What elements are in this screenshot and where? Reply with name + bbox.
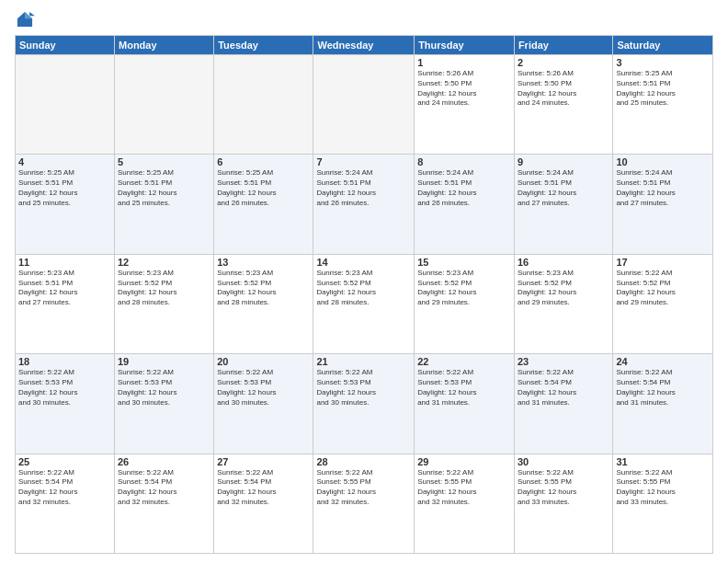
day-number: 27 bbox=[217, 456, 310, 467]
calendar-cell: 28Sunrise: 5:22 AM Sunset: 5:55 PM Dayli… bbox=[313, 454, 415, 553]
day-info: Sunrise: 5:23 AM Sunset: 5:52 PM Dayligh… bbox=[417, 269, 511, 308]
calendar-cell bbox=[16, 55, 115, 155]
day-number: 7 bbox=[316, 156, 411, 167]
day-number: 1 bbox=[417, 57, 511, 68]
day-info: Sunrise: 5:23 AM Sunset: 5:51 PM Dayligh… bbox=[18, 269, 111, 308]
day-info: Sunrise: 5:22 AM Sunset: 5:54 PM Dayligh… bbox=[518, 368, 609, 408]
calendar-cell: 21Sunrise: 5:22 AM Sunset: 5:53 PM Dayli… bbox=[313, 354, 415, 454]
day-info: Sunrise: 5:22 AM Sunset: 5:55 PM Dayligh… bbox=[518, 468, 609, 508]
weekday-header-monday: Monday bbox=[115, 36, 214, 55]
day-info: Sunrise: 5:25 AM Sunset: 5:51 PM Dayligh… bbox=[18, 168, 111, 208]
day-number: 2 bbox=[518, 57, 609, 68]
calendar-cell: 16Sunrise: 5:23 AM Sunset: 5:52 PM Dayli… bbox=[514, 254, 612, 353]
day-number: 3 bbox=[616, 57, 710, 68]
day-info: Sunrise: 5:23 AM Sunset: 5:52 PM Dayligh… bbox=[316, 269, 411, 308]
calendar-cell: 19Sunrise: 5:22 AM Sunset: 5:53 PM Dayli… bbox=[115, 354, 214, 454]
day-number: 5 bbox=[118, 156, 210, 167]
day-number: 10 bbox=[616, 156, 710, 167]
weekday-header-friday: Friday bbox=[514, 36, 612, 55]
calendar-cell: 12Sunrise: 5:23 AM Sunset: 5:52 PM Dayli… bbox=[115, 254, 214, 353]
calendar-cell: 30Sunrise: 5:22 AM Sunset: 5:55 PM Dayli… bbox=[514, 454, 612, 553]
calendar-cell: 11Sunrise: 5:23 AM Sunset: 5:51 PM Dayli… bbox=[16, 254, 115, 353]
calendar-cell: 2Sunrise: 5:26 AM Sunset: 5:50 PM Daylig… bbox=[514, 55, 612, 155]
day-number: 12 bbox=[118, 257, 210, 268]
day-number: 22 bbox=[417, 356, 511, 367]
day-info: Sunrise: 5:22 AM Sunset: 5:54 PM Dayligh… bbox=[118, 468, 210, 508]
calendar-cell: 7Sunrise: 5:24 AM Sunset: 5:51 PM Daylig… bbox=[313, 155, 415, 254]
calendar-cell: 29Sunrise: 5:22 AM Sunset: 5:55 PM Dayli… bbox=[415, 454, 515, 553]
calendar-cell: 18Sunrise: 5:22 AM Sunset: 5:53 PM Dayli… bbox=[16, 354, 115, 454]
logo bbox=[15, 9, 39, 29]
weekday-header-tuesday: Tuesday bbox=[214, 36, 313, 55]
calendar-cell: 9Sunrise: 5:24 AM Sunset: 5:51 PM Daylig… bbox=[514, 155, 612, 254]
day-number: 4 bbox=[18, 156, 111, 167]
day-info: Sunrise: 5:25 AM Sunset: 5:51 PM Dayligh… bbox=[217, 168, 310, 208]
calendar-cell: 22Sunrise: 5:22 AM Sunset: 5:53 PM Dayli… bbox=[415, 354, 515, 454]
day-info: Sunrise: 5:23 AM Sunset: 5:52 PM Dayligh… bbox=[217, 269, 310, 308]
day-info: Sunrise: 5:24 AM Sunset: 5:51 PM Dayligh… bbox=[518, 168, 609, 208]
calendar-cell: 20Sunrise: 5:22 AM Sunset: 5:53 PM Dayli… bbox=[214, 354, 313, 454]
day-number: 13 bbox=[217, 257, 310, 268]
day-info: Sunrise: 5:22 AM Sunset: 5:55 PM Dayligh… bbox=[417, 468, 511, 508]
weekday-header-sunday: Sunday bbox=[16, 36, 115, 55]
day-info: Sunrise: 5:22 AM Sunset: 5:53 PM Dayligh… bbox=[118, 368, 210, 408]
calendar-cell: 10Sunrise: 5:24 AM Sunset: 5:51 PM Dayli… bbox=[613, 155, 713, 254]
day-info: Sunrise: 5:22 AM Sunset: 5:53 PM Dayligh… bbox=[217, 368, 310, 408]
day-number: 28 bbox=[316, 456, 411, 467]
day-number: 31 bbox=[616, 456, 710, 467]
calendar-cell: 4Sunrise: 5:25 AM Sunset: 5:51 PM Daylig… bbox=[16, 155, 115, 254]
day-number: 9 bbox=[518, 156, 609, 167]
day-info: Sunrise: 5:23 AM Sunset: 5:52 PM Dayligh… bbox=[118, 269, 210, 308]
calendar-cell bbox=[214, 55, 313, 155]
day-info: Sunrise: 5:22 AM Sunset: 5:54 PM Dayligh… bbox=[616, 368, 710, 408]
calendar-cell: 8Sunrise: 5:24 AM Sunset: 5:51 PM Daylig… bbox=[415, 155, 515, 254]
day-info: Sunrise: 5:24 AM Sunset: 5:51 PM Dayligh… bbox=[417, 168, 511, 208]
logo-icon bbox=[15, 9, 35, 29]
calendar-week-row: 11Sunrise: 5:23 AM Sunset: 5:51 PM Dayli… bbox=[16, 254, 713, 353]
day-info: Sunrise: 5:25 AM Sunset: 5:51 PM Dayligh… bbox=[616, 69, 710, 109]
day-number: 20 bbox=[217, 356, 310, 367]
day-number: 17 bbox=[616, 257, 710, 268]
calendar-cell: 24Sunrise: 5:22 AM Sunset: 5:54 PM Dayli… bbox=[613, 354, 713, 454]
calendar-table: SundayMondayTuesdayWednesdayThursdayFrid… bbox=[15, 35, 713, 554]
day-info: Sunrise: 5:25 AM Sunset: 5:51 PM Dayligh… bbox=[118, 168, 210, 208]
calendar-cell: 17Sunrise: 5:22 AM Sunset: 5:52 PM Dayli… bbox=[613, 254, 713, 353]
day-number: 21 bbox=[316, 356, 411, 367]
day-info: Sunrise: 5:22 AM Sunset: 5:55 PM Dayligh… bbox=[616, 468, 710, 508]
calendar-cell bbox=[313, 55, 415, 155]
calendar-cell: 15Sunrise: 5:23 AM Sunset: 5:52 PM Dayli… bbox=[415, 254, 515, 353]
calendar-cell: 1Sunrise: 5:26 AM Sunset: 5:50 PM Daylig… bbox=[415, 55, 515, 155]
day-info: Sunrise: 5:26 AM Sunset: 5:50 PM Dayligh… bbox=[518, 69, 609, 109]
day-info: Sunrise: 5:26 AM Sunset: 5:50 PM Dayligh… bbox=[417, 69, 511, 109]
day-info: Sunrise: 5:22 AM Sunset: 5:55 PM Dayligh… bbox=[316, 468, 411, 508]
day-info: Sunrise: 5:24 AM Sunset: 5:51 PM Dayligh… bbox=[316, 168, 411, 208]
day-number: 8 bbox=[417, 156, 511, 167]
day-number: 26 bbox=[118, 456, 210, 467]
day-info: Sunrise: 5:23 AM Sunset: 5:52 PM Dayligh… bbox=[518, 269, 609, 308]
calendar-week-row: 4Sunrise: 5:25 AM Sunset: 5:51 PM Daylig… bbox=[16, 155, 713, 254]
day-number: 18 bbox=[18, 356, 111, 367]
calendar-cell: 31Sunrise: 5:22 AM Sunset: 5:55 PM Dayli… bbox=[613, 454, 713, 553]
day-info: Sunrise: 5:22 AM Sunset: 5:53 PM Dayligh… bbox=[417, 368, 511, 408]
day-number: 30 bbox=[518, 456, 609, 467]
day-info: Sunrise: 5:24 AM Sunset: 5:51 PM Dayligh… bbox=[616, 168, 710, 208]
svg-marker-2 bbox=[29, 12, 35, 16]
weekday-header-saturday: Saturday bbox=[613, 36, 713, 55]
calendar-cell: 23Sunrise: 5:22 AM Sunset: 5:54 PM Dayli… bbox=[514, 354, 612, 454]
day-info: Sunrise: 5:22 AM Sunset: 5:52 PM Dayligh… bbox=[616, 269, 710, 308]
day-number: 15 bbox=[417, 257, 511, 268]
day-number: 16 bbox=[518, 257, 609, 268]
calendar-cell: 3Sunrise: 5:25 AM Sunset: 5:51 PM Daylig… bbox=[613, 55, 713, 155]
calendar-week-row: 25Sunrise: 5:22 AM Sunset: 5:54 PM Dayli… bbox=[16, 454, 713, 553]
calendar-cell: 13Sunrise: 5:23 AM Sunset: 5:52 PM Dayli… bbox=[214, 254, 313, 353]
calendar-cell: 26Sunrise: 5:22 AM Sunset: 5:54 PM Dayli… bbox=[115, 454, 214, 553]
calendar-cell: 27Sunrise: 5:22 AM Sunset: 5:54 PM Dayli… bbox=[214, 454, 313, 553]
calendar-cell: 25Sunrise: 5:22 AM Sunset: 5:54 PM Dayli… bbox=[16, 454, 115, 553]
day-info: Sunrise: 5:22 AM Sunset: 5:54 PM Dayligh… bbox=[217, 468, 310, 508]
weekday-header-thursday: Thursday bbox=[415, 36, 515, 55]
day-info: Sunrise: 5:22 AM Sunset: 5:53 PM Dayligh… bbox=[316, 368, 411, 408]
day-number: 23 bbox=[518, 356, 609, 367]
calendar-cell bbox=[115, 55, 214, 155]
calendar-week-row: 18Sunrise: 5:22 AM Sunset: 5:53 PM Dayli… bbox=[16, 354, 713, 454]
day-number: 11 bbox=[18, 257, 111, 268]
